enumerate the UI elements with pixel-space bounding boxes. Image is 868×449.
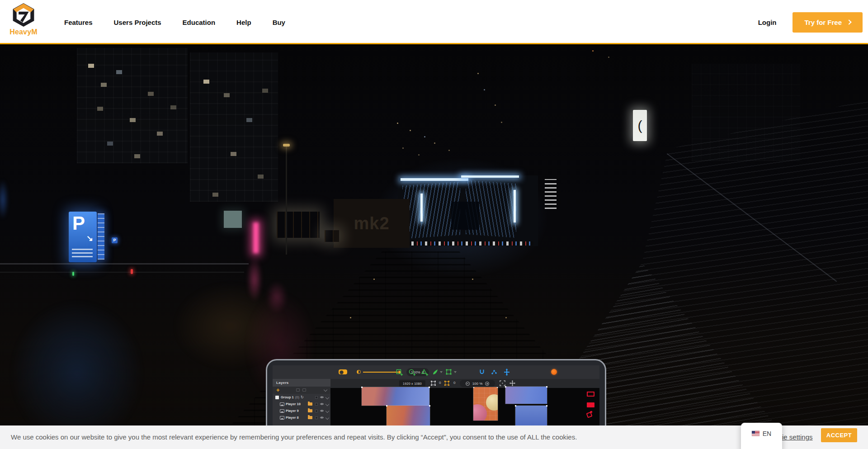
- media-icon: [280, 416, 284, 420]
- corner-handles-active-icon: [444, 381, 449, 386]
- nav-item-buy[interactable]: Buy: [273, 19, 285, 26]
- video-surface: [362, 387, 429, 406]
- layer-player-row: Player 10: [273, 401, 330, 407]
- player-name: Player 9: [286, 409, 299, 413]
- color-swatch-icon: [315, 416, 318, 419]
- corner-handles-icon: [431, 381, 436, 386]
- parking-pole-sign: P: [112, 237, 118, 243]
- nav-item-help[interactable]: Help: [236, 19, 251, 26]
- color-swatch-icon: [315, 403, 318, 406]
- chevron-right-icon: [846, 19, 851, 24]
- edge-blue-glow: [0, 179, 8, 220]
- us-flag-icon: [752, 431, 760, 436]
- nav-item-users-projects[interactable]: Users Projects: [114, 19, 161, 26]
- expand-icon: [326, 402, 329, 406]
- loop-icon: ↻: [301, 395, 304, 399]
- transform-tool-icon: [445, 369, 453, 376]
- add-layer-button: +: [276, 387, 280, 393]
- color-swatch-icon: [315, 410, 318, 412]
- light-strip: [401, 178, 468, 181]
- header-right: Login Try for Free: [758, 0, 863, 44]
- eye-icon: [320, 396, 324, 399]
- add-triangle-tool-icon: [421, 369, 428, 376]
- brightness-icon: [357, 370, 361, 374]
- collapse-all-icon: [324, 388, 327, 392]
- fit-screen-icon: [500, 380, 505, 386]
- led-text-strip: [398, 241, 533, 246]
- render-icon: [551, 369, 557, 375]
- nav-item-education[interactable]: Education: [183, 19, 216, 26]
- parking-totem-side: [98, 213, 104, 260]
- nodes-icon: [491, 369, 498, 376]
- pink-neon-light: [253, 222, 259, 253]
- expand-icon: [326, 416, 329, 419]
- row-controls: [315, 394, 329, 401]
- canvas-status-bar: 1920 x 1080 0 0 100 %: [330, 379, 599, 388]
- glow-bar: [514, 190, 516, 222]
- video-surface: [515, 406, 547, 425]
- lit-windows: [203, 80, 209, 84]
- parking-letter: P: [72, 213, 85, 234]
- resolution-badge: 1920 x 1080: [399, 380, 425, 387]
- mk2-building: mk2: [334, 199, 410, 248]
- player-name: Player 8: [286, 416, 299, 420]
- add-ellipse-tool-icon: [408, 369, 415, 376]
- lit-windows: [88, 64, 94, 68]
- main-nav: Features Users Projects Education Help B…: [64, 0, 285, 44]
- nav-item-features[interactable]: Features: [64, 19, 93, 26]
- add-rectangle-tool-icon: [396, 369, 403, 376]
- canvas-zoom-control: 100 %: [460, 380, 495, 387]
- glow-bar: [420, 194, 423, 222]
- lit-shop-cyan: [224, 211, 242, 228]
- layers-panel-title: Layers: [273, 379, 330, 387]
- lit-storefront-small: [325, 230, 339, 242]
- accept-cookies-button[interactable]: ACCEPT: [821, 428, 857, 442]
- mk2-sign: mk2: [354, 214, 389, 233]
- canvas-zoom-value: 100 %: [472, 382, 483, 386]
- paint-tool-icon: [432, 369, 439, 376]
- folder-icon: [308, 416, 312, 419]
- sphere-graphic: [486, 394, 498, 411]
- video-surface: [473, 387, 498, 421]
- paint-tool-caret-icon: [440, 371, 443, 373]
- video-surface: [387, 406, 430, 425]
- layer-action-icon: [302, 388, 306, 392]
- heavym-logo[interactable]: HeavyM: [6, 3, 41, 36]
- zoom-in-icon: [485, 382, 489, 386]
- pan-tool-icon: [509, 380, 515, 386]
- media-icon: [280, 402, 284, 406]
- group-count: (0): [295, 395, 299, 399]
- guardrail: [0, 263, 249, 265]
- player-name: Player 10: [286, 402, 301, 406]
- expand-icon: [326, 395, 329, 399]
- sign-text-lines: [72, 249, 93, 259]
- login-link[interactable]: Login: [758, 19, 777, 26]
- parking-totem-sign: P ↘: [69, 212, 97, 262]
- group-checkbox-icon: [275, 396, 279, 399]
- boardwalk-lights: [373, 279, 375, 280]
- sign-glyph: (: [638, 118, 642, 133]
- row-controls: [315, 414, 329, 421]
- pos-y-value: 0: [453, 381, 455, 385]
- try-for-free-button[interactable]: Try for Free: [793, 12, 863, 33]
- layer-group-row: Group 1 (0) ↻: [273, 394, 330, 401]
- logo-text: HeavyM: [6, 28, 41, 36]
- add-point-icon: [503, 369, 510, 376]
- folder-icon: [308, 402, 312, 406]
- eye-icon: [320, 416, 324, 419]
- expand-icon: [326, 409, 329, 412]
- skyline-lights: [397, 123, 398, 124]
- group-name: Group 1: [281, 395, 294, 399]
- building-mid: [190, 52, 278, 202]
- transform-tool-caret-icon: [454, 371, 457, 373]
- building-left: [77, 48, 188, 163]
- language-selector[interactable]: EN: [741, 423, 782, 449]
- shape-outline-icon: [587, 392, 594, 397]
- layer-action-icon: [296, 388, 300, 392]
- layer-player-row: Player 9: [273, 407, 330, 414]
- opacity-slider: [363, 372, 399, 373]
- street-lamp-pole: [286, 146, 287, 255]
- arrow-icon: ↘: [86, 233, 93, 243]
- vertical-light-sign: (: [633, 110, 647, 141]
- lit-storefront: [277, 212, 320, 238]
